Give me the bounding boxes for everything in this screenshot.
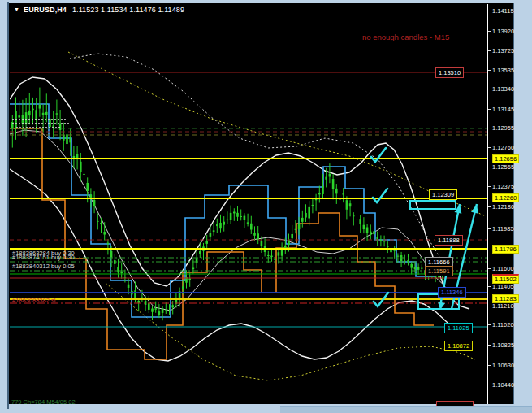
axis-price-label: 1.12565 — [492, 163, 514, 171]
axis-price-label: 1.14115 — [492, 7, 514, 15]
price-level-tag[interactable] — [436, 401, 474, 406]
axis-price-label: 1.10630 — [492, 362, 514, 369]
order-label: #1883088382 sl — [12, 298, 55, 304]
axis-price-label: 1.11600 — [492, 265, 514, 272]
plot-area[interactable] — [10, 52, 487, 380]
axis-price-label: 1.13535 — [492, 67, 514, 74]
cyan-annotations[interactable] — [371, 148, 478, 310]
check-arrow-icon — [371, 148, 386, 162]
axis-price-label: 1.12180 — [492, 203, 514, 211]
order-label: #1883874151 buy 0.30 — [12, 254, 75, 261]
axis-price-label: 1.11020 — [492, 321, 514, 328]
symbol-dropdown-icon[interactable]: ▼ — [14, 7, 19, 12]
ohlc-quotes: 1.11523 1.11534 1.11476 1.11489 — [72, 6, 184, 14]
price-level-tag[interactable]: 1.13510 — [435, 67, 464, 78]
axis-price-label: 1.10440 — [492, 381, 514, 389]
axis-price-label: 1.12955 — [492, 124, 514, 132]
price-level-tag[interactable]: 1.11346 — [438, 287, 466, 298]
price-level-tag[interactable]: 1.11888 — [435, 235, 463, 246]
chart-title-bar: ▼EURUSD,H41.11523 1.11534 1.11476 1.1148… — [14, 6, 184, 14]
axis-price-label: 1.11405 — [492, 283, 514, 290]
price-level-tag[interactable]: 1.11591 — [425, 266, 453, 276]
price-level-tag[interactable]: 1.10872 — [444, 341, 473, 351]
price-level-tag[interactable]: 1.12309 — [429, 189, 457, 200]
axis-price-label: 1.13340 — [492, 85, 514, 93]
axis-price-label: 1.13145 — [492, 106, 514, 113]
axis-price-label: 1.13725 — [492, 47, 514, 54]
axis-price-label: 1.12656 — [492, 154, 519, 163]
axis-price-label: 1.12760 — [492, 144, 514, 151]
axis-price-label: 1.11210 — [492, 302, 514, 310]
axis-price-label: 1.11985 — [492, 225, 514, 233]
mt4-chart-window: ▼EURUSD,H41.11523 1.11534 1.11476 1.1148… — [0, 0, 532, 413]
check-arrow-icon — [373, 189, 387, 202]
axis-price-label: 1.13920 — [492, 28, 514, 35]
indicator-warning-text: no enough candles - M15 — [362, 33, 449, 41]
expert-status-text: 779 Ch=784 M54/05 02 — [11, 398, 76, 406]
order-label: #1883840312 buy 0.05 — [12, 263, 75, 270]
axis-price-label: 1.10825 — [492, 341, 514, 349]
axis-price-label: 1.12375 — [492, 183, 514, 190]
axis-price-label: 1.12260 — [492, 193, 519, 202]
price-level-tag[interactable]: 1.11025 — [444, 323, 473, 333]
symbol-timeframe-label: EURUSD,H4 — [24, 6, 67, 14]
axis-price-label: 1.11796 — [492, 245, 519, 254]
